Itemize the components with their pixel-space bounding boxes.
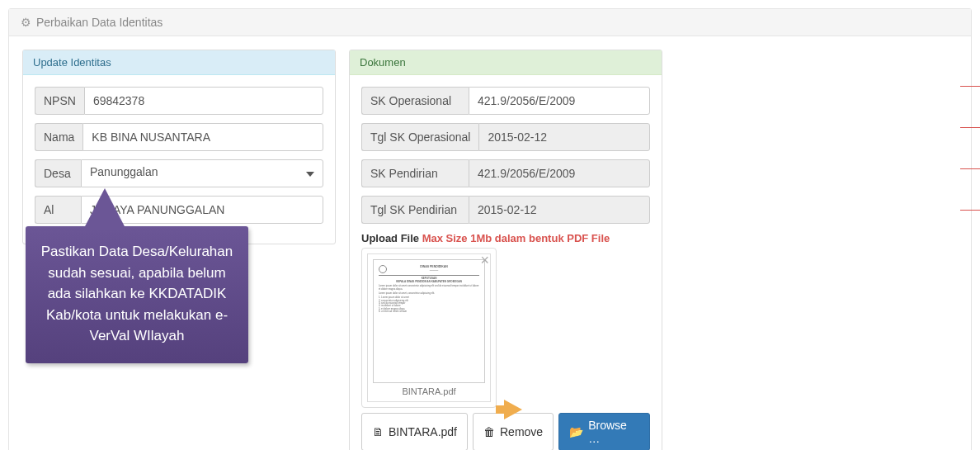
- desa-label: Desa: [35, 159, 81, 187]
- tgl-sk-op-label: Tgl SK Operasional: [361, 123, 478, 151]
- upload-warning: Max Size 1Mb dalam bentuk PDF File: [422, 232, 610, 244]
- npsn-input[interactable]: [84, 87, 323, 115]
- panel-header: Perbaikan Data Identitas: [9, 9, 971, 36]
- page-title: Perbaikan Data Identitas: [36, 16, 163, 29]
- update-identitas-body: NPSN Nama Desa Panunggalan Al: [23, 75, 335, 244]
- sk-pend-row: SK Pendirian: [361, 159, 650, 187]
- tgl-sk-op-row: Tgl SK Operasional: [361, 123, 650, 151]
- thumb-close-icon[interactable]: ×: [480, 252, 489, 269]
- panel-body: Update Identitas NPSN Nama Desa Panungga…: [9, 36, 971, 450]
- sk-op-row: SK Operasional: [361, 87, 650, 115]
- sk-op-input[interactable]: [469, 87, 650, 115]
- file-thumbnail-wrap: × DINAS PENDIDIKAN——— KEPUTUSANKEPALA DI…: [361, 248, 497, 408]
- dokumen-body: SK Operasional Tgl SK Operasional SK Pen…: [350, 75, 662, 450]
- upload-buttons: BINTARA.pdf Remove Browse …: [361, 413, 650, 450]
- dokumen-panel: Dokumen SK Operasional Tgl SK Operasiona…: [349, 50, 662, 450]
- tgl-sk-op-input[interactable]: [478, 123, 650, 151]
- update-identitas-panel: Update Identitas NPSN Nama Desa Panungga…: [22, 50, 336, 244]
- trash-icon: [483, 425, 495, 438]
- file-caption: BINTARA.pdf: [373, 386, 485, 396]
- sk-op-label: SK Operasional: [361, 87, 469, 115]
- right-column: Dokumen SK Operasional Tgl SK Operasiona…: [349, 50, 662, 450]
- desa-select[interactable]: Panunggalan: [81, 159, 323, 187]
- upload-label: Upload File Max Size 1Mb dalam bentuk PD…: [361, 232, 650, 244]
- remove-button[interactable]: Remove: [473, 413, 554, 450]
- selected-file-button[interactable]: BINTARA.pdf: [361, 413, 468, 450]
- browse-button[interactable]: Browse …: [558, 413, 650, 450]
- nama-row: Nama: [35, 123, 323, 151]
- tgl-sk-pend-label: Tgl SK Pendirian: [361, 196, 469, 224]
- nama-input[interactable]: [82, 123, 323, 151]
- desa-tooltip: Pastikan Data Desa/Kelurahan sudah sesua…: [26, 226, 248, 363]
- sk-pend-label: SK Pendirian: [361, 159, 469, 187]
- pdf-preview: DINAS PENDIDIKAN——— KEPUTUSANKEPALA DINA…: [373, 259, 485, 383]
- nama-label: Nama: [35, 123, 82, 151]
- folder-icon: [569, 425, 583, 438]
- remove-label: Remove: [500, 425, 543, 438]
- gear-icon: [21, 16, 31, 29]
- alamat-row: Al: [35, 196, 323, 224]
- file-thumbnail[interactable]: DINAS PENDIDIKAN——— KEPUTUSANKEPALA DINA…: [367, 253, 491, 402]
- upload-label-text: Upload File: [361, 232, 419, 244]
- selected-file-label: BINTARA.pdf: [389, 425, 457, 438]
- update-identitas-header: Update Identitas: [23, 50, 335, 75]
- file-icon: [372, 425, 384, 438]
- npsn-row: NPSN: [35, 87, 323, 115]
- desa-select-value: Panunggalan: [90, 165, 158, 178]
- npsn-label: NPSN: [35, 87, 84, 115]
- main-panel: Perbaikan Data Identitas Update Identita…: [8, 8, 972, 450]
- sk-pend-input[interactable]: [469, 159, 650, 187]
- alamat-label: Al: [35, 196, 81, 224]
- tgl-sk-pend-input[interactable]: [469, 196, 650, 224]
- tgl-sk-pend-row: Tgl SK Pendirian: [361, 196, 650, 224]
- browse-label: Browse …: [588, 419, 639, 445]
- desa-row: Desa Panunggalan: [35, 159, 323, 187]
- dokumen-header: Dokumen: [350, 50, 662, 75]
